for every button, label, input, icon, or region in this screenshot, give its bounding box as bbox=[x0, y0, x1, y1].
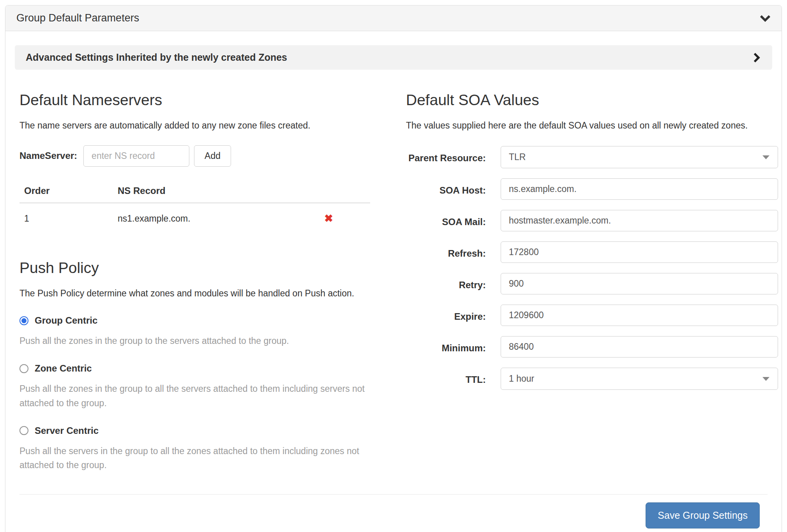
radio-zone-centric[interactable] bbox=[19, 364, 28, 373]
push-policy-description: The Push Policy determine what zones and… bbox=[19, 287, 381, 301]
table-row: 1 ns1.example.com. ✖ bbox=[19, 203, 370, 231]
radio-group-centric[interactable] bbox=[19, 316, 28, 325]
soa-row-retry: Retry: bbox=[406, 273, 768, 294]
radio-zone-centric-label[interactable]: Zone Centric bbox=[35, 363, 92, 374]
panel-body: Advanced Settings Inherited by the newly… bbox=[5, 31, 782, 532]
add-nameserver-button[interactable]: Add bbox=[194, 145, 231, 167]
soa-row-refresh: Refresh: bbox=[406, 241, 768, 263]
chevron-right-icon bbox=[751, 53, 761, 63]
ttl-select[interactable]: 1 hour bbox=[501, 368, 778, 390]
minimum-label: Minimum: bbox=[406, 336, 486, 355]
soa-row-minimum: Minimum: bbox=[406, 336, 768, 358]
radio-group-centric-label[interactable]: Group Centric bbox=[35, 315, 97, 326]
ns-order-cell: 1 bbox=[19, 203, 113, 231]
soa-row-ttl: TTL: 1 hour bbox=[406, 368, 768, 390]
soa-host-input[interactable] bbox=[501, 178, 778, 200]
ttl-label: TTL: bbox=[406, 368, 486, 387]
panel-title: Group Default Parameters bbox=[16, 12, 139, 24]
push-policy-heading: Push Policy bbox=[19, 259, 381, 277]
chevron-down-icon[interactable] bbox=[760, 13, 771, 24]
footer-actions: Save Group Settings bbox=[15, 495, 772, 532]
advanced-settings-label: Advanced Settings Inherited by the newly… bbox=[26, 52, 287, 63]
soa-host-label: SOA Host: bbox=[406, 178, 486, 197]
push-policy-option-group-centric: Group Centric Push all the zones in the … bbox=[19, 315, 381, 348]
table-header-action bbox=[319, 181, 370, 203]
nameserver-input[interactable] bbox=[83, 145, 189, 167]
default-soa-values-description: The values supplied here are the default… bbox=[406, 119, 757, 133]
left-column: Default Nameservers The name servers are… bbox=[19, 74, 381, 472]
nameserver-form: NameServer: Add bbox=[19, 145, 381, 167]
delete-ns-icon[interactable]: ✖ bbox=[324, 213, 333, 224]
retry-input[interactable] bbox=[501, 273, 778, 294]
table-header-order: Order bbox=[19, 181, 113, 203]
soa-row-expire: Expire: bbox=[406, 305, 768, 326]
retry-label: Retry: bbox=[406, 273, 486, 292]
soa-form: Parent Resource: TLR SOA Host: bbox=[406, 146, 768, 390]
expire-label: Expire: bbox=[406, 305, 486, 324]
push-policy-option-server-centric: Server Centric Push all the servers in t… bbox=[19, 425, 381, 473]
nameserver-table: Order NS Record 1 ns1.example.com. ✖ bbox=[19, 181, 370, 231]
table-header-ns-record: NS Record bbox=[113, 181, 319, 203]
soa-mail-label: SOA Mail: bbox=[406, 210, 486, 229]
refresh-label: Refresh: bbox=[406, 241, 486, 261]
soa-row-mail: SOA Mail: bbox=[406, 210, 768, 231]
parent-resource-select[interactable]: TLR bbox=[501, 146, 778, 168]
group-default-parameters-panel: Group Default Parameters Advanced Settin… bbox=[5, 5, 782, 532]
radio-server-centric[interactable] bbox=[19, 426, 28, 435]
soa-mail-input[interactable] bbox=[501, 210, 778, 231]
zone-centric-description: Push all the zones in the group to all t… bbox=[19, 382, 381, 410]
nameserver-label: NameServer: bbox=[19, 150, 77, 161]
default-soa-values-heading: Default SOA Values bbox=[406, 92, 768, 109]
soa-row-host: SOA Host: bbox=[406, 178, 768, 200]
group-centric-description: Push all the zones in the group to the s… bbox=[19, 334, 381, 348]
radio-server-centric-label[interactable]: Server Centric bbox=[35, 425, 99, 436]
server-centric-description: Push all the servers in the group to all… bbox=[19, 444, 381, 473]
default-nameservers-heading: Default Nameservers bbox=[19, 92, 381, 109]
push-policy-option-zone-centric: Zone Centric Push all the zones in the g… bbox=[19, 363, 381, 410]
minimum-input[interactable] bbox=[501, 336, 778, 358]
save-group-settings-button[interactable]: Save Group Settings bbox=[646, 502, 760, 528]
advanced-settings-bar[interactable]: Advanced Settings Inherited by the newly… bbox=[15, 45, 772, 70]
ns-record-cell: ns1.example.com. bbox=[113, 203, 319, 231]
panel-header[interactable]: Group Default Parameters bbox=[5, 5, 782, 31]
parent-resource-label: Parent Resource: bbox=[406, 146, 486, 165]
right-column: Default SOA Values The values supplied h… bbox=[406, 74, 768, 472]
expire-input[interactable] bbox=[501, 305, 778, 326]
page: Group Default Parameters Advanced Settin… bbox=[0, 0, 787, 532]
default-nameservers-description: The name servers are automatically added… bbox=[19, 119, 381, 133]
soa-row-parent-resource: Parent Resource: TLR bbox=[406, 146, 768, 168]
refresh-input[interactable] bbox=[501, 241, 778, 263]
